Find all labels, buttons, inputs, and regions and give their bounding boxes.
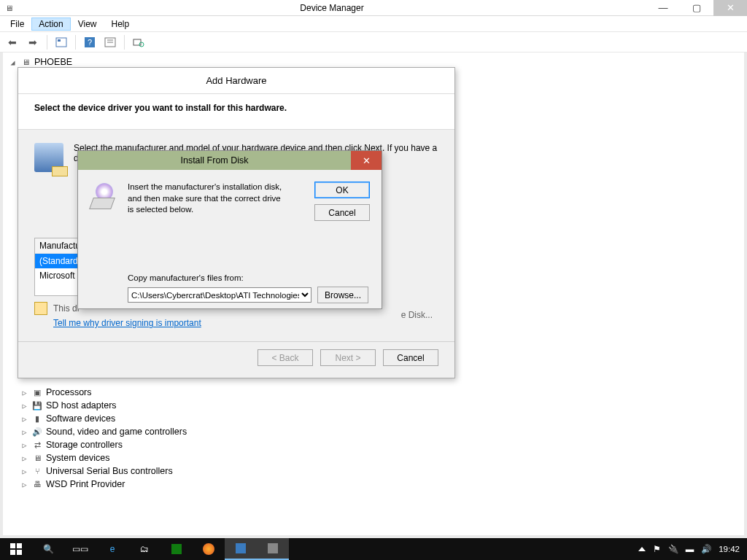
start-button[interactable] [0,538,32,560]
close-icon[interactable]: ✕ [351,151,382,170]
forward-icon[interactable]: ➡ [25,34,41,50]
install-from-disk-dialog: Install From Disk ✕ Insert the manufactu… [77,150,382,309]
svg-rect-10 [17,543,22,548]
firefox-icon[interactable] [193,538,225,560]
window-titlebar: 🖥 Device Manager — ▢ ✕ [0,0,747,16]
tree-node[interactable]: ▷▮Software devices [20,412,744,425]
expand-icon[interactable]: ▷ [20,441,28,449]
back-icon[interactable]: ⬅ [4,34,20,50]
tree-node[interactable]: ▷🔊Sound, video and game controllers [20,425,744,438]
svg-rect-1 [58,39,61,42]
expand-icon[interactable]: ▷ [20,467,28,475]
maximize-button[interactable]: ▢ [680,0,713,16]
chip-icon: ▣ [31,386,43,398]
software-icon: ▮ [31,413,43,424]
menu-file[interactable]: File [3,18,31,31]
wizard-heading: Select the device driver you want to ins… [18,94,454,130]
ifd-titlebar[interactable]: Install From Disk ✕ [78,151,382,170]
close-button[interactable]: ✕ [713,0,747,16]
wizard-buttons: < Back Next > Cancel [18,342,454,378]
taskbar-app-devmgr[interactable] [257,538,289,560]
tree-node[interactable]: ▷💾SD host adapters [20,399,744,412]
storage-icon: ⇄ [31,439,43,451]
tree-node[interactable]: ▷🖥System devices [20,451,744,464]
tree-node[interactable]: ▷⑂Universal Serial Bus controllers [20,464,744,478]
have-disk-button-partial[interactable]: e Disk... [401,310,433,320]
menu-action[interactable]: Action [31,18,70,31]
search-icon[interactable]: 🔍 [32,538,64,560]
tree-node[interactable]: ▷🖶WSD Print Provider [20,478,744,491]
clock[interactable]: 19:42 [719,545,740,553]
ifd-title-text: Install From Disk [78,155,351,166]
power-icon[interactable]: 🔌 [668,544,678,554]
system-tray[interactable]: ⚑ 🔌 ▬ 🔊 19:42 [631,544,747,554]
menubar: File Action View Help [0,16,747,32]
show-hidden-icon[interactable] [53,34,69,50]
ok-button[interactable]: OK [314,182,370,198]
back-button[interactable]: < Back [258,349,313,366]
tree-node[interactable]: ▷⇄Storage controllers [20,438,744,451]
minimize-button[interactable]: — [646,0,680,16]
svg-rect-12 [17,550,22,555]
speaker-icon: 🔊 [31,426,43,438]
svg-rect-9 [10,543,15,548]
tree-node-label: System devices [46,453,110,463]
collapse-icon[interactable]: ◢ [9,58,17,66]
app-icon: 🖥 [0,4,18,12]
signing-link[interactable]: Tell me why driver signing is important [53,318,201,328]
toolbar-separator [47,35,47,50]
sd-icon: 💾 [31,400,43,411]
wizard-title: Add Hardware [18,68,454,94]
volume-icon[interactable]: 🔊 [701,544,711,554]
ie-icon[interactable]: e [96,538,128,560]
devices-icon[interactable] [131,34,147,50]
tree-node-label: Universal Serial Bus controllers [46,466,173,476]
next-button[interactable]: Next > [320,349,376,366]
tree-node-label: SD host adapters [46,400,117,411]
path-combobox[interactable]: C:\Users\Cybercrat\Desktop\ATI Technolog… [128,287,311,303]
network-icon[interactable]: ▬ [686,545,694,553]
tray-overflow-icon[interactable] [638,547,646,551]
explorer-icon[interactable]: 🗂 [128,538,160,560]
svg-rect-0 [56,38,66,47]
expand-icon[interactable]: ▷ [20,389,28,397]
expand-icon[interactable]: ▷ [20,428,28,436]
tree-root-label: PHOEBE [34,57,72,67]
tree-node-label: Sound, video and game controllers [46,427,187,437]
ifd-message: Insert the manufacturer's installation d… [128,182,288,216]
tree-node-label: Processors [46,387,92,397]
toolbar-separator [75,35,76,50]
disk-icon [88,183,117,209]
cancel-button[interactable]: Cancel [383,349,438,366]
menu-view[interactable]: View [71,18,104,31]
tree-node[interactable]: ▷▣Processors [20,386,744,399]
system-icon: 🖥 [31,452,43,464]
svg-text:?: ? [88,38,92,47]
window-controls: — ▢ ✕ [646,0,747,16]
store-icon[interactable] [160,538,193,560]
toolbar: ⬅ ➡ ? [0,32,747,52]
expand-icon[interactable]: ▷ [20,454,28,462]
tree-node-label: Storage controllers [46,440,123,450]
help-icon[interactable]: ? [82,34,98,50]
expand-icon[interactable]: ▷ [20,415,28,423]
toolbar-separator [124,35,125,50]
svg-rect-11 [10,550,15,555]
flag-icon[interactable]: ⚑ [653,544,661,554]
expand-icon[interactable]: ▷ [20,402,28,410]
cancel-button[interactable]: Cancel [314,204,370,221]
scan-icon[interactable] [102,34,118,50]
tree-node-label: Software devices [46,413,115,424]
browse-button[interactable]: Browse... [317,287,368,303]
task-view-icon[interactable]: ▭▭ [64,538,96,560]
expand-icon[interactable]: ▷ [20,481,28,489]
tree-node-label: WSD Print Provider [46,479,125,489]
taskbar[interactable]: 🔍 ▭▭ e 🗂 ⚑ 🔌 ▬ 🔊 19:42 [0,538,747,560]
device-icon [34,143,63,172]
signing-text: This dr [53,303,80,314]
certificate-icon [34,302,47,315]
copy-from-label: Copy manufacturer's files from: [128,273,244,282]
printer-icon: 🖶 [31,478,43,490]
taskbar-app-1[interactable] [225,538,257,560]
menu-help[interactable]: Help [104,18,137,31]
